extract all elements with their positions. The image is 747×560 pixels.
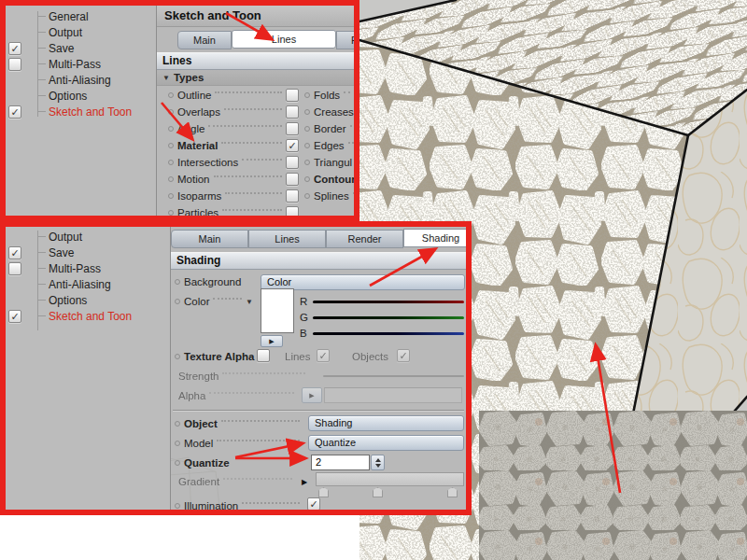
lines-option-label: Lines xyxy=(285,349,311,364)
red-slider[interactable] xyxy=(313,301,464,303)
type-creases: Creases xyxy=(304,105,354,119)
nav-item-label: Save xyxy=(49,246,74,259)
stone-texture-photo xyxy=(479,411,747,560)
channel-g-label: G xyxy=(300,310,308,325)
texture-alpha-row: Texture Alpha xyxy=(175,349,255,364)
tree-tick xyxy=(38,79,46,80)
type-label: Creases xyxy=(314,106,354,118)
gradient-knot[interactable] xyxy=(447,487,458,497)
field-label: Model xyxy=(184,438,213,449)
collapse-icon[interactable]: ▼ xyxy=(246,298,253,306)
gradient-expand-icon[interactable]: ▶ xyxy=(302,474,307,489)
nav-item-options[interactable]: Options xyxy=(6,88,156,104)
stepper-down-icon[interactable] xyxy=(375,464,381,468)
gradient-knot[interactable] xyxy=(318,487,329,497)
nav-item-save[interactable]: ✓Save xyxy=(6,40,156,56)
type-label: Overlaps xyxy=(177,106,220,118)
illumination-checkbox[interactable]: ✓ xyxy=(307,497,320,510)
nav-item-label: Multi-Pass xyxy=(49,58,101,71)
nav-item-antialiasing[interactable]: Anti-Aliasing xyxy=(6,72,156,88)
bullet-icon xyxy=(168,193,174,199)
object-dropdown[interactable]: Shading xyxy=(308,415,464,431)
section-divider xyxy=(173,410,464,411)
texture-alpha-checkbox[interactable] xyxy=(257,349,270,362)
dropdown-value: Shading xyxy=(315,417,352,428)
quantize-stepper[interactable] xyxy=(371,455,385,470)
tab-main[interactable]: Main xyxy=(171,230,248,248)
nav-item-multipass[interactable]: Multi-Pass xyxy=(6,56,156,72)
quantize-row: Quantize xyxy=(175,455,303,470)
tab-shading[interactable]: Shading xyxy=(403,229,466,247)
tab-render[interactable]: Render xyxy=(326,230,403,248)
nav-item-options[interactable]: Options xyxy=(6,292,170,308)
nav-item-output[interactable]: Output xyxy=(6,229,170,245)
settings-nav-bottom: Output ✓Save Multi-Pass Anti-Aliasing Op… xyxy=(6,227,171,510)
sketch-toon-checkbox[interactable]: ✓ xyxy=(8,310,21,323)
save-checkbox[interactable]: ✓ xyxy=(8,246,21,259)
sketch-toon-checkbox[interactable]: ✓ xyxy=(8,105,21,119)
alpha-expand-button[interactable]: ▶ xyxy=(302,387,322,403)
type-isoparms: Isoparms xyxy=(168,189,299,203)
stepper-up-icon[interactable] xyxy=(375,458,381,462)
outline-checkbox[interactable] xyxy=(286,89,299,102)
nav-item-multipass[interactable]: Multi-Pass xyxy=(6,260,170,276)
group-types[interactable]: ▼Types xyxy=(157,70,354,86)
intersections-checkbox[interactable] xyxy=(286,156,299,169)
tab-label: Render xyxy=(347,233,381,245)
green-slider[interactable] xyxy=(313,316,464,319)
bullet-icon xyxy=(175,460,180,466)
bullet-icon xyxy=(175,421,180,427)
tab-lines[interactable]: Lines xyxy=(232,30,336,49)
nav-item-output[interactable]: Output xyxy=(6,24,156,40)
nav-item-label: Options xyxy=(49,90,87,103)
type-label: Edges xyxy=(314,140,345,151)
strength-slider[interactable] xyxy=(323,375,464,377)
nav-item-sketch-and-toon[interactable]: ✓Sketch and Toon xyxy=(6,308,170,324)
angle-checkbox[interactable] xyxy=(286,122,299,135)
particles-checkbox[interactable] xyxy=(286,206,299,216)
alpha-texture-field[interactable] xyxy=(324,387,462,403)
nav-item-save[interactable]: ✓Save xyxy=(6,245,170,260)
bullet-icon xyxy=(175,354,180,359)
motion-checkbox[interactable] xyxy=(286,173,299,186)
blue-slider[interactable] xyxy=(313,332,464,335)
multipass-checkbox[interactable] xyxy=(8,262,21,275)
nav-item-general[interactable]: General xyxy=(6,8,156,24)
section-header-lines: Lines xyxy=(157,52,354,70)
tree-tick xyxy=(38,111,46,112)
bullet-icon xyxy=(168,160,174,165)
color-swatch[interactable] xyxy=(261,288,294,333)
nav-item-antialiasing[interactable]: Anti-Aliasing xyxy=(6,276,170,292)
tab-render-partial[interactable]: R xyxy=(336,31,354,49)
strength-row: Strength xyxy=(178,369,309,384)
channel-b-label: B xyxy=(300,326,307,341)
tab-main[interactable]: Main xyxy=(177,31,232,49)
dotted-leader xyxy=(344,91,350,93)
bullet-icon xyxy=(175,299,180,304)
dotted-leader xyxy=(224,108,282,110)
model-dropdown[interactable]: Quantize xyxy=(308,435,464,451)
isoparms-checkbox[interactable] xyxy=(286,189,299,203)
material-checkbox[interactable]: ✓ xyxy=(286,139,299,152)
dotted-leader xyxy=(208,125,282,127)
nav-item-label: Multi-Pass xyxy=(49,262,101,275)
field-label: Object xyxy=(184,418,218,429)
nav-item-sketch-and-toon[interactable]: ✓Sketch and Toon xyxy=(6,104,156,119)
dotted-leader xyxy=(221,420,300,422)
type-label: Intersections xyxy=(177,157,238,168)
tab-lines[interactable]: Lines xyxy=(248,230,326,248)
gradient-knot[interactable] xyxy=(373,487,383,497)
objects-checkbox[interactable]: ✓ xyxy=(397,349,410,362)
swatch-expand-button[interactable]: ▶ xyxy=(261,335,283,347)
quantize-value-field[interactable]: 2 xyxy=(311,455,370,470)
gradient-bar[interactable] xyxy=(316,472,464,486)
render-settings-window-lines: General Output ✓Save Multi-Pass Anti-Ali… xyxy=(0,0,359,221)
channel-r-label: R xyxy=(300,294,307,309)
multipass-checkbox[interactable] xyxy=(8,58,21,71)
dotted-leader xyxy=(350,125,354,127)
save-checkbox[interactable]: ✓ xyxy=(8,42,21,55)
overlaps-checkbox[interactable] xyxy=(286,105,299,119)
field-label: Strength xyxy=(178,371,218,382)
dotted-leader xyxy=(213,298,242,300)
lines-checkbox[interactable]: ✓ xyxy=(317,349,330,362)
